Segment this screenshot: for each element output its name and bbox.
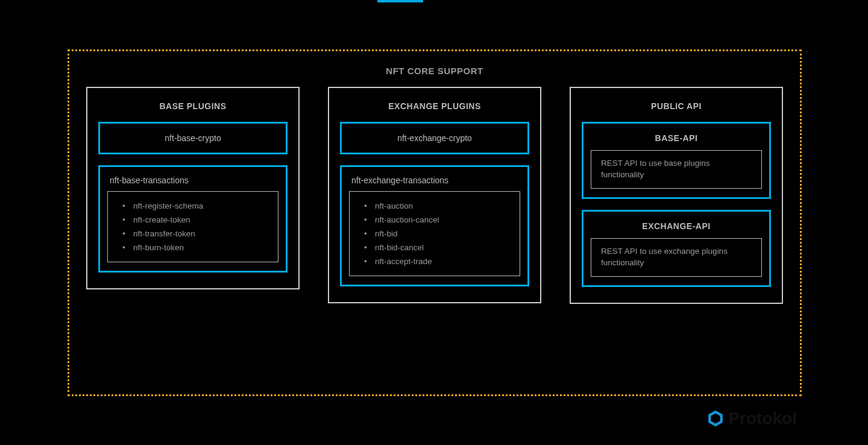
nft-exchange-crypto-label: nft-exchange-crypto — [349, 131, 520, 144]
base-api-box: BASE-API REST API to use base plugins fu… — [582, 122, 771, 199]
nft-exchange-crypto-box: nft-exchange-crypto — [340, 122, 529, 154]
public-api-column: PUBLIC API BASE-API REST API to use base… — [570, 87, 783, 304]
exchange-api-desc: REST API to use exchange plugins functio… — [601, 246, 752, 269]
base-plugins-title: BASE PLUGINS — [98, 101, 288, 111]
exchange-api-desc-box: REST API to use exchange plugins functio… — [591, 238, 762, 277]
list-item: nft-auction — [359, 199, 510, 213]
exchange-plugins-title: EXCHANGE PLUGINS — [340, 101, 529, 111]
columns-row: BASE PLUGINS nft-base-crypto nft-base-tr… — [81, 87, 788, 304]
protokol-logo: Protokol — [708, 409, 797, 428]
list-item: nft-create-token — [118, 213, 268, 227]
list-item: nft-auction-cancel — [359, 213, 510, 227]
base-api-title: BASE-API — [591, 131, 762, 144]
nft-base-crypto-box: nft-base-crypto — [98, 122, 288, 154]
nft-base-transactions-label: nft-base-transactions — [107, 175, 278, 185]
base-api-desc-box: REST API to use base plugins functionali… — [591, 150, 762, 189]
list-item: nft-register-schema — [118, 199, 268, 213]
exchange-plugins-column: EXCHANGE PLUGINS nft-exchange-crypto nft… — [328, 87, 541, 303]
base-api-desc: REST API to use base plugins functionali… — [601, 158, 752, 181]
exchange-api-title: EXCHANGE-API — [591, 219, 762, 232]
diagram-title: NFT CORE SUPPORT — [81, 66, 788, 76]
nft-exchange-transactions-label: nft-exchange-transactions — [349, 175, 520, 185]
nft-base-crypto-label: nft-base-crypto — [107, 131, 278, 144]
list-item: nft-burn-token — [118, 241, 268, 254]
base-transactions-list-box: nft-register-schema nft-create-token nft… — [107, 191, 278, 262]
exchange-transactions-list: nft-auction nft-auction-cancel nft-bid n… — [359, 199, 510, 268]
list-item: nft-transfer-token — [118, 227, 268, 241]
protokol-logo-text: Protokol — [728, 409, 797, 428]
list-item: nft-accept-trade — [359, 254, 510, 268]
list-item: nft-bid — [359, 227, 510, 241]
nft-exchange-transactions-box: nft-exchange-transactions nft-auction nf… — [340, 165, 529, 286]
top-accent-bar — [377, 0, 423, 2]
protokol-hexagon-icon — [708, 411, 723, 426]
base-plugins-column: BASE PLUGINS nft-base-crypto nft-base-tr… — [86, 87, 300, 289]
base-transactions-list: nft-register-schema nft-create-token nft… — [118, 199, 268, 254]
nft-base-transactions-box: nft-base-transactions nft-register-schem… — [98, 165, 288, 273]
list-item: nft-bid-cancel — [359, 241, 510, 254]
exchange-transactions-list-box: nft-auction nft-auction-cancel nft-bid n… — [349, 191, 520, 276]
public-api-title: PUBLIC API — [582, 101, 771, 111]
exchange-api-box: EXCHANGE-API REST API to use exchange pl… — [582, 210, 771, 287]
nft-core-support-frame: NFT CORE SUPPORT BASE PLUGINS nft-base-c… — [68, 49, 802, 396]
